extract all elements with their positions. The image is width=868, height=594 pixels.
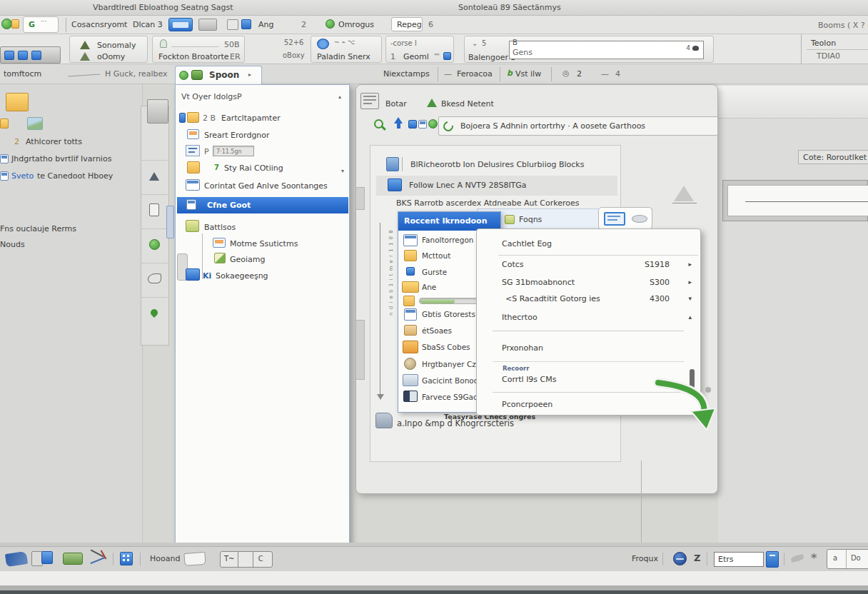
menu-guck[interactable]: H Guck, realbex — [105, 69, 168, 79]
panel-tool-icon[interactable] — [241, 19, 251, 29]
dialog-combobox[interactable]: Bojoera S Adhnin ortortrhy · A oosete Ga… — [438, 116, 718, 136]
tan-folder-icon — [404, 325, 417, 336]
spoon-menu-item[interactable]: 2 B Eartcltapamter — [177, 111, 348, 126]
vtool-cell[interactable] — [141, 298, 168, 332]
dialog-side-tab[interactable] — [355, 320, 365, 380]
vtool-cell[interactable] — [141, 263, 168, 298]
spoon-menu-item[interactable]: P 7·11.5gn — [177, 144, 348, 160]
menu-cosacnsryomt[interactable]: Cosacnsryomt — [71, 20, 127, 29]
right-text-input[interactable] — [727, 185, 868, 216]
spoon-menu-header[interactable]: Vt Oyer IdolgsP — [181, 92, 242, 101]
scrollbar-thumb[interactable] — [166, 206, 174, 238]
menu-item[interactable]: Cotcs S1918 ▸ — [477, 256, 702, 273]
c-mode-button[interactable]: C — [253, 552, 272, 567]
ooomy-tool[interactable]: oOomy — [97, 52, 125, 61]
spoon-menu-item-selected[interactable]: Cfne Goot — [177, 197, 348, 213]
menu-dlcan[interactable]: Dlcan 3 — [133, 20, 163, 29]
booms-controls[interactable]: Booms ( X ? ( — [818, 21, 868, 30]
vtool-cell[interactable] — [141, 161, 168, 195]
paladin-tool[interactable]: Paladin Snerx — [317, 52, 370, 61]
dialog-grid-icon[interactable] — [360, 93, 379, 109]
spoon-menu-item[interactable]: Sreart Erordgnor — [177, 128, 348, 144]
page-icon[interactable] — [604, 212, 625, 226]
circle-glyph[interactable]: ◎ — [562, 69, 570, 78]
menu-vstilw[interactable]: Vst ilw — [515, 69, 541, 79]
spoon-menu-tab[interactable]: Spoon ▸ — [175, 66, 262, 85]
vtool-cell[interactable] — [141, 229, 168, 263]
panel-icon[interactable] — [418, 120, 427, 129]
blue-strip-icon — [179, 113, 186, 123]
vtool-cell[interactable] — [141, 195, 168, 229]
spoon-menu-item[interactable]: Battlsos — [177, 220, 348, 236]
sidebar-item-label[interactable]: Nouds — [0, 240, 25, 249]
g-button[interactable]: G ··· — [23, 16, 59, 33]
spoon-menu-item[interactable]: 7 Sty Rai COtiing — [177, 161, 348, 176]
do-view-button[interactable]: Do — [847, 550, 868, 568]
list-row[interactable]: Follow Lnec A NVT9 28S8ITGa — [376, 176, 617, 196]
globe-icon[interactable] — [673, 552, 687, 565]
sidebar-item[interactable]: Jhdgrtatho bvrtlif Ivarnios — [0, 153, 141, 166]
dialog-side-tab[interactable] — [355, 187, 365, 210]
refresh-icon[interactable] — [428, 119, 438, 129]
arrow-up-icon[interactable]: ▴ — [338, 94, 341, 100]
menu-item[interactable]: SG 31bmoabnonct S300 ▸ — [477, 274, 702, 291]
blue-tile-icon — [186, 268, 200, 281]
sidebar-item[interactable]: Sveto te Canedoot Hboey — [0, 171, 141, 183]
menu-item[interactable]: Prxonohan — [477, 340, 702, 357]
etrs-input[interactable]: Etrs — [714, 552, 764, 567]
menu-omrogus[interactable]: Omrogus — [338, 20, 374, 29]
spoon-menu-item[interactable]: Ki Sokaegeeşng — [177, 268, 348, 284]
wing-icon[interactable] — [790, 554, 804, 563]
chevron-down-icon[interactable]: ▾ — [341, 168, 344, 174]
sonomaly-tool[interactable]: Sonomaly — [97, 41, 136, 50]
panel-icon[interactable] — [408, 120, 417, 129]
spoon-menu-item[interactable]: Motme Ssutictms — [177, 236, 348, 252]
brush-icon[interactable] — [5, 551, 28, 567]
page-icon[interactable] — [41, 551, 53, 564]
list-row[interactable]: BlRicheorotb Ion Delusires Cblurbiiog Bl… — [378, 157, 616, 176]
sidebar-item-label[interactable]: Fns ouclauje Rerms — [0, 224, 76, 233]
teolon-label: Teolon — [811, 39, 836, 48]
cloud-icon — [692, 46, 699, 51]
repeg-button[interactable]: Repeg — [391, 17, 423, 31]
blue-toolbar-button[interactable] — [168, 18, 193, 31]
menu-niexctamps[interactable]: Niexctamps — [383, 69, 430, 79]
big-folder-icon[interactable] — [6, 93, 29, 111]
asterisk-icon[interactable]: * — [811, 551, 817, 565]
corse-tool[interactable]: -corse l — [390, 39, 417, 47]
menu-item[interactable]: Ithecrtoo ▴ — [477, 309, 702, 326]
grid-tool-icon[interactable] — [198, 19, 217, 31]
grid-icon[interactable] — [120, 552, 133, 565]
vtool-cell[interactable] — [141, 126, 168, 161]
search-icon[interactable] — [374, 119, 383, 129]
eye-tool-icon[interactable] — [227, 19, 238, 30]
scribble-icon[interactable] — [89, 551, 107, 565]
oval-icon[interactable] — [632, 215, 647, 223]
mountain-pen-icon — [149, 172, 159, 181]
menu-item[interactable]: <S Racadtitit Gotorg ies 4300 ▾ — [477, 291, 702, 308]
sidebar-link[interactable]: Sveto — [11, 171, 34, 181]
gens-search-input[interactable]: B Gens 4 — [509, 41, 704, 59]
right-input-frame — [722, 180, 868, 221]
spoon-menu-item[interactable]: Corintat Ged Anlve Soontanges — [177, 178, 348, 194]
five-label: 5 — [482, 39, 486, 47]
ang-tool[interactable]: Ang — [258, 20, 273, 29]
tray-icon[interactable] — [183, 552, 206, 566]
blue-flag-icon[interactable] — [766, 551, 779, 568]
wallet-icon[interactable] — [63, 553, 83, 565]
inline-value-box[interactable]: 7·11.5gn — [213, 146, 254, 156]
z-tool-icon[interactable]: Z — [694, 553, 700, 563]
fockton-tool[interactable]: Fockton Broatorte — [158, 52, 229, 61]
blank-mode-button[interactable] — [238, 552, 253, 567]
t-mode-button[interactable]: T~ — [221, 552, 238, 567]
cote-label-box: Cote: Roroutlket — [798, 150, 868, 164]
spoon-menu-item[interactable]: Geoiamg — [177, 252, 348, 268]
menu-feroacoa[interactable]: Feroacoa — [457, 69, 493, 79]
image-icon[interactable] — [27, 117, 43, 130]
menu-item-label: Pconcrpoeen — [502, 400, 552, 409]
a-view-button[interactable]: a — [827, 550, 847, 568]
up-arrow-icon[interactable] — [394, 117, 403, 124]
menu-item[interactable]: Cachtlet Eog — [477, 236, 702, 253]
geoml-tool[interactable]: Geoml — [403, 52, 429, 61]
sidebar-item[interactable]: 2 Athlcorer totts — [0, 137, 141, 150]
